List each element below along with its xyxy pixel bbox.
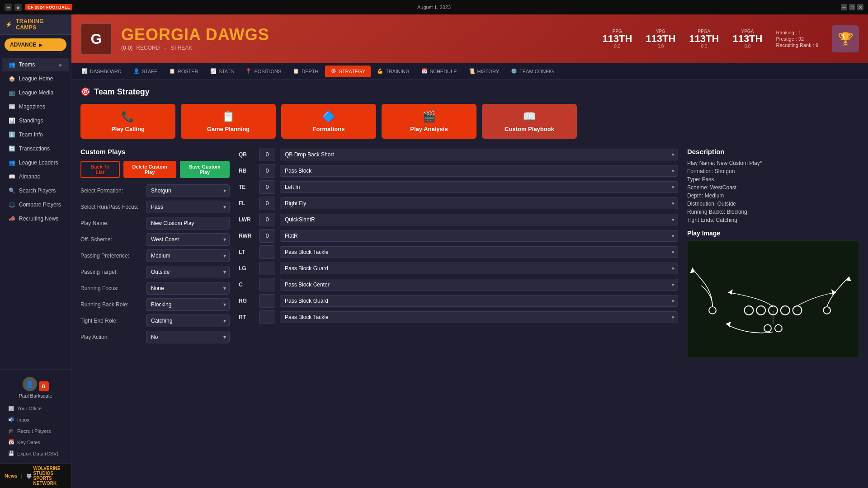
sidebar-item-teams[interactable]: 👥 Teams ▶ [2,58,69,71]
save-custom-play-button[interactable]: Save Custom Play [180,161,230,178]
pos-num-rb[interactable] [259,164,275,178]
running-focus-select[interactable]: None [146,282,230,295]
lg-route-select[interactable]: Pass Block Guard [280,263,678,274]
pos-num-lwr[interactable] [259,213,275,226]
pos-num-rg[interactable] [259,294,275,308]
pos-num-lg[interactable] [259,262,275,275]
sidebar: ⚡ TRAINING CAMPS ADVANCE ▶ 👥 Teams ▶ 🏠 L… [0,14,71,488]
pos-num-lt[interactable] [259,245,275,259]
search-players-icon: 🔍 [8,188,15,194]
sidebar-item-standings[interactable]: 📊 Standings [2,114,69,127]
qb-route-select[interactable]: QB Drop Back Short [280,149,678,160]
delete-custom-play-button[interactable]: Delete Custom Play [123,161,176,178]
tab-dashboard[interactable]: 📊 DASHBOARD [76,66,127,77]
maximize-button[interactable]: □ [849,4,855,10]
strat-tab-play-analysis[interactable]: 🎬 Play Analysis [382,104,476,139]
strat-tab-formations[interactable]: 🔷 Formations [281,104,376,139]
sidebar-team-info-label: Team Info [19,131,43,138]
advance-button[interactable]: ADVANCE ▶ [5,38,66,51]
custom-playbook-label: Custom Playbook [505,126,554,132]
tab-staff[interactable]: 👤 STAFF [128,66,163,77]
recruiting-news-icon: 📣 [8,216,15,222]
back-to-list-button[interactable]: Back To List [80,161,120,178]
running-back-role-select[interactable]: Blocking [146,298,230,311]
lwr-route-select[interactable]: QuickSlantR [280,214,678,225]
tight-end-role-select[interactable]: Catching [146,314,230,327]
tab-team-config[interactable]: ⚙️ TEAM CONFIG [505,66,559,77]
rg-route-select[interactable]: Pass Block Guard [280,295,678,307]
te-route-select[interactable]: Left In [280,181,678,193]
pos-num-te[interactable] [259,180,275,194]
pos-num-fl[interactable] [259,197,275,210]
game-planning-icon: 📋 [222,110,235,123]
pos-row-rwr: RWR FlatR [239,229,678,243]
tab-schedule[interactable]: 📅 SCHEDULE [416,66,462,77]
sidebar-item-search-players[interactable]: 🔍 Search Players [2,184,69,197]
rwr-route-select[interactable]: FlatR [280,230,678,242]
sidebar-item-almanac[interactable]: 📖 Almanac [2,170,69,183]
tab-strategy[interactable]: 🎯 STRATEGY [325,66,371,77]
menu-icon[interactable]: ☰ [5,4,12,11]
rt-route-select[interactable]: Pass Block Tackle [280,311,678,323]
sidebar-link-export-data[interactable]: 💾 Export Data (CSV) [5,448,66,459]
fl-route-select[interactable]: Right Fly [280,197,678,209]
passing-target-select[interactable]: Outside [146,266,230,278]
tight-end-role-label: Tight End Role: [80,318,142,324]
strat-tab-game-planning[interactable]: 📋 Game Planning [181,104,276,139]
pos-label-fl: FL [239,200,255,206]
tab-stats[interactable]: 📈 STATS [205,66,240,77]
sidebar-item-team-info[interactable]: ℹ️ Team Info [2,128,69,141]
sidebar-magazines-label: Magazines [19,103,45,110]
tight-end-role-select-wrapper: Catching [146,314,230,327]
sidebar-compare-players-label: Compare Players [19,202,61,208]
tab-training[interactable]: 💪 TRAINING [372,66,415,77]
pos-label-rwr: RWR [239,233,255,239]
teams-icon: 👥 [8,61,15,68]
pos-label-c: C [239,282,255,288]
sidebar-link-recruit-players[interactable]: 🎓 Recruit Players [5,426,66,436]
strat-tab-play-calling[interactable]: 📞 Play Calling [80,104,175,139]
team-name-first: GEORGIA [121,25,201,44]
rb-route-select[interactable]: Pass Block [280,165,678,177]
tab-positions[interactable]: 📍 POSITIONS [240,66,287,77]
pos-num-c[interactable] [259,278,275,291]
tab-depth[interactable]: 📋 DEPTH [288,66,324,77]
pos-num-rwr[interactable] [259,229,275,243]
almanac-icon: 📖 [8,174,15,180]
sidebar-link-inbox[interactable]: 📬 Inbox [5,414,66,425]
tab-history[interactable]: 📜 HISTORY [463,66,505,77]
pos-num-rt[interactable] [259,310,275,324]
sidebar-item-recruiting-news[interactable]: 📣 Recruiting News [2,212,69,225]
form-row-formation: Select Formation: Shotgun [80,184,230,197]
tab-roster[interactable]: 📋 ROSTER [164,66,204,77]
sidebar-item-league-leaders[interactable]: 👥 League Leaders [2,156,69,169]
minimize-button[interactable]: ─ [841,4,847,10]
pos-label-te: TE [239,184,255,190]
custom-playbook-icon: 📖 [523,110,536,123]
sidebar-item-league-media[interactable]: 📺 League Media [2,86,69,99]
sidebar-link-your-office[interactable]: 🏢 Your Office [5,403,66,413]
team-config-icon: ⚙️ [511,68,517,74]
strat-tab-custom-playbook[interactable]: 📖 Custom Playbook [482,104,577,139]
c-route-select[interactable]: Pass Block Center [280,279,678,291]
league-home-icon: 🏠 [8,75,15,82]
news-bar: News | 🐺 WOLVERINE STUDIOS SPORTS NETWOR… [0,463,71,488]
pos-num-qb[interactable] [259,148,275,161]
play-action-select[interactable]: No [146,331,230,343]
lt-route-select[interactable]: Pass Block Tackle [280,246,678,258]
play-name-input[interactable] [146,217,230,230]
off-scheme-select[interactable]: West Coast [146,233,230,246]
close-button[interactable]: ✕ [857,4,863,10]
sidebar-item-compare-players[interactable]: ⚖️ Compare Players [2,198,69,211]
formation-select[interactable]: Shotgun [146,184,230,197]
passing-preference-select[interactable]: Medium [146,249,230,262]
desc-play-name: Play Name: New Custom Play* [687,160,859,166]
run-pass-select[interactable]: Pass [146,201,230,213]
sidebar-item-league-home[interactable]: 🏠 League Home [2,72,69,85]
streak-value: -- [163,45,167,51]
sidebar-link-key-dates[interactable]: 📅 Key Dates [5,437,66,447]
ypg-value: 113TH [646,34,675,44]
sidebar-item-transactions[interactable]: 🔄 Transactions [2,142,69,155]
sidebar-item-magazines[interactable]: 📰 Magazines [2,100,69,113]
team-stat-ypg: YPG 113TH 0.0 [646,29,675,49]
